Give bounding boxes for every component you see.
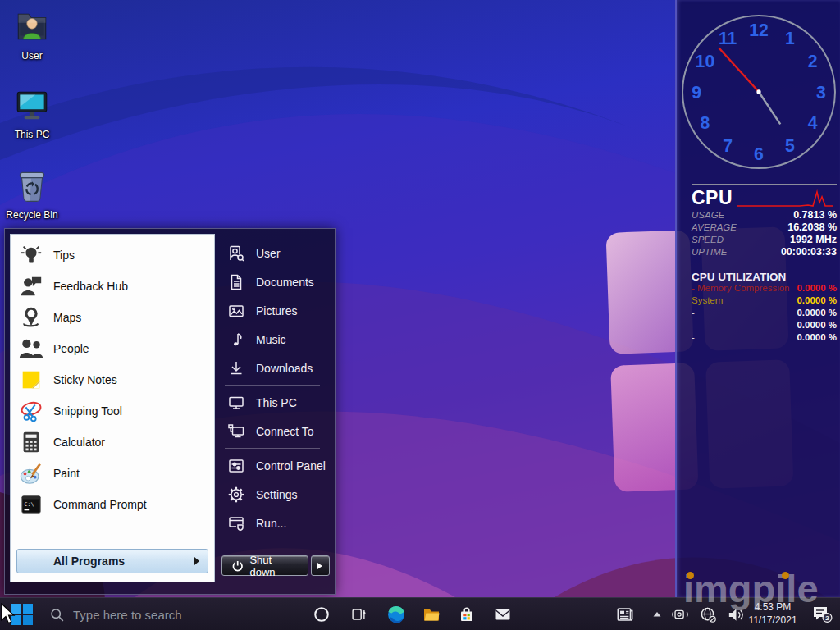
run-icon	[226, 514, 246, 533]
show-hidden-icons-button[interactable]	[646, 598, 668, 630]
svg-text:2: 2	[808, 52, 818, 71]
cortana-icon	[313, 605, 331, 623]
start-menu-item-run[interactable]: Run...	[215, 509, 330, 537]
microsoft-store-icon	[457, 605, 477, 624]
start-menu-item-paint[interactable]: Paint	[11, 458, 214, 489]
cpu-stat-value: 00:00:03:33	[781, 246, 837, 258]
taskbar-store-button[interactable]	[451, 598, 482, 630]
start-menu-item-tips[interactable]: Tips	[11, 240, 214, 271]
start-menu-item-label: Connect To	[256, 425, 314, 438]
start-menu-item-label: Calculator	[53, 436, 105, 449]
feedback-hub-icon	[18, 273, 44, 299]
cpu-stat-row: UPTIME 00:00:03:33	[692, 246, 837, 258]
cpu-widget-separator	[692, 184, 837, 185]
start-menu-item-documents[interactable]: Documents	[215, 267, 330, 296]
start-menu-item-user[interactable]: User	[215, 239, 330, 267]
search-input[interactable]	[73, 608, 262, 622]
shutdown-label: Shut down	[249, 554, 298, 578]
people-icon	[18, 336, 44, 362]
start-menu-item-label: Sticky Notes	[53, 373, 117, 386]
svg-text:4: 4	[808, 113, 818, 132]
desktop-icon-label: This PC	[0, 129, 64, 140]
start-menu-item-label: Snipping Tool	[53, 404, 122, 418]
file-explorer-icon	[422, 605, 441, 624]
user-icon	[226, 244, 246, 263]
settings-gear-icon	[226, 485, 246, 504]
start-menu-left-panel: Tips Feedback Hub	[10, 234, 215, 582]
start-menu-item-snipping-tool[interactable]: Snipping Tool	[11, 395, 214, 427]
svg-text:11: 11	[719, 29, 737, 48]
clock-minute-hand	[719, 48, 759, 92]
start-menu-item-music[interactable]: Music	[215, 325, 330, 354]
taskbar-file-explorer-button[interactable]	[416, 598, 447, 630]
meet-now-button[interactable]	[668, 598, 692, 630]
shutdown-row: Shut down	[215, 555, 330, 576]
desktop-icon-this-pc[interactable]: This PC	[0, 85, 64, 140]
action-center-icon: 2	[810, 603, 833, 626]
taskbar-clock[interactable]: 4:53 PM 11/17/2021	[740, 600, 806, 628]
windows-start-icon	[11, 604, 33, 625]
taskbar-cortana-button[interactable]	[307, 598, 336, 630]
cpu-stat-label: USAGE	[692, 210, 724, 220]
start-menu-item-this-pc[interactable]: This PC	[215, 388, 330, 417]
desktop-icon-recycle-bin[interactable]: Recycle Bin	[0, 164, 64, 221]
cpu-utilization-title: CPU UTILIZATION	[692, 271, 837, 283]
cpu-stat-row: SPEED 1992 MHz	[692, 234, 837, 246]
taskbar-news-button[interactable]	[609, 598, 641, 630]
process-name: -	[692, 308, 695, 317]
desktop-icon-user[interactable]: User	[0, 7, 64, 62]
svg-text:9: 9	[692, 83, 701, 102]
start-menu-item-label: Paint	[53, 467, 80, 480]
task-view-icon	[349, 605, 368, 623]
this-pc-icon	[13, 85, 51, 125]
action-center-button[interactable]: 2	[807, 598, 837, 630]
start-menu-item-feedback-hub[interactable]: Feedback Hub	[11, 271, 214, 302]
cpu-meter-widget: CPU USAGE 0.7813 % AVERAGE 16.2038 % SPE…	[692, 184, 837, 345]
process-value: 0.0000 %	[797, 308, 837, 317]
cpu-process-row: - 0.0000 %	[692, 332, 837, 345]
start-menu-item-label: Command Prompt	[53, 498, 147, 511]
taskbar-mail-button[interactable]	[487, 598, 518, 630]
start-menu-item-calculator[interactable]: Calculator	[11, 427, 214, 458]
start-menu-item-connect-to[interactable]: Connect To	[215, 417, 330, 445]
taskbar-task-view-button[interactable]	[344, 598, 373, 630]
search-icon	[49, 607, 65, 623]
this-pc-icon	[226, 393, 246, 413]
start-menu-item-label: User	[256, 247, 281, 260]
start-menu-item-label: People	[53, 342, 89, 355]
cpu-stat-label: AVERAGE	[692, 222, 737, 232]
shutdown-button[interactable]: Shut down	[221, 555, 308, 576]
svg-text:1: 1	[785, 29, 795, 48]
shutdown-options-button[interactable]	[311, 555, 330, 576]
all-programs-arrow-icon	[194, 557, 199, 565]
all-programs-button[interactable]: All Programs	[16, 549, 208, 573]
taskbar-edge-button[interactable]	[381, 598, 412, 630]
start-menu-item-control-panel[interactable]: Control Panel	[215, 451, 330, 480]
cpu-stat-label: UPTIME	[692, 247, 727, 257]
start-menu-item-label: Control Panel	[256, 459, 326, 472]
start-menu-item-label: Settings	[256, 488, 298, 501]
taskbar-search[interactable]	[41, 598, 287, 630]
start-menu-item-command-prompt[interactable]: C:\ Command Prompt	[11, 489, 214, 520]
cpu-title: CPU	[692, 187, 733, 209]
process-name: -	[692, 332, 695, 342]
start-menu-item-downloads[interactable]: Downloads	[215, 354, 330, 382]
start-menu-item-settings[interactable]: Settings	[215, 480, 330, 509]
start-menu-item-people[interactable]: People	[11, 333, 214, 364]
start-menu-item-label: Documents	[256, 276, 314, 289]
start-menu-item-sticky-notes[interactable]: Sticky Notes	[11, 364, 214, 395]
network-status-button[interactable]	[696, 598, 720, 630]
start-button[interactable]	[5, 598, 39, 630]
cpu-stat-value: 0.7813 %	[793, 209, 837, 221]
start-menu-item-label: Tips	[53, 249, 75, 262]
desktop-icon-label: Recycle Bin	[0, 209, 64, 221]
start-menu-item-pictures[interactable]: Pictures	[215, 296, 330, 325]
all-programs-label: All Programs	[53, 555, 125, 568]
process-value: 0.0000 %	[797, 283, 837, 293]
paint-icon	[18, 460, 44, 486]
snipping-tool-icon	[18, 398, 44, 424]
cpu-stat-row: USAGE 0.7813 %	[692, 209, 837, 221]
tray-time: 4:53 PM	[740, 600, 806, 614]
start-menu-item-maps[interactable]: Maps	[11, 302, 214, 333]
downloads-icon	[226, 358, 246, 378]
